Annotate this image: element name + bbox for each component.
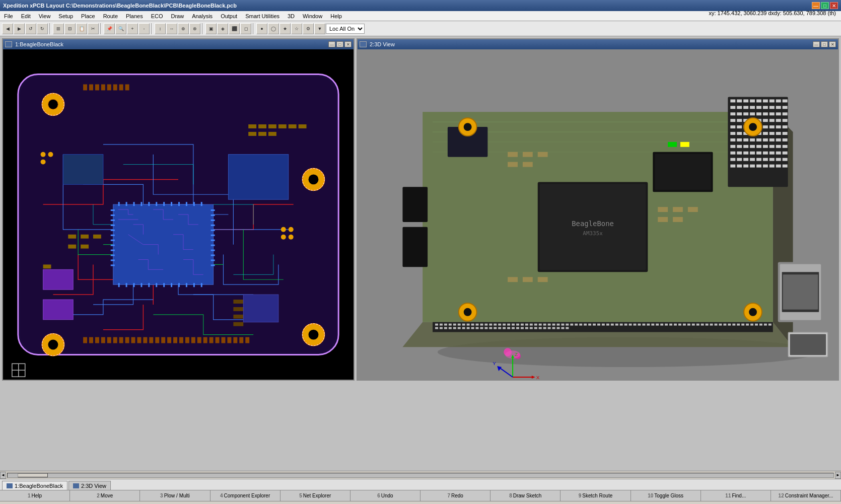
fkey-2[interactable]: 2Move	[70, 490, 140, 501]
svg-rect-387	[458, 327, 461, 329]
toolbar-btn-1[interactable]: ▶	[14, 23, 25, 34]
view3d-minimize-button[interactable]: —	[813, 41, 820, 47]
toolbar-btn-19[interactable]: ◻	[240, 23, 251, 34]
toolbar-btn-18[interactable]: ⬛	[229, 23, 240, 34]
menu-item-window[interactable]: Window	[299, 12, 326, 20]
svg-rect-288	[538, 277, 548, 282]
menu-item-analysis[interactable]: Analysis	[188, 12, 217, 20]
toolbar-btn-21[interactable]: ◯	[268, 23, 279, 34]
fkey-10[interactable]: 10Toggle Gloss	[631, 490, 701, 501]
fkey-5[interactable]: 5Net Explorer	[281, 490, 351, 501]
svg-rect-77	[289, 124, 297, 128]
toolbar-btn-0[interactable]: ◀	[2, 23, 13, 34]
svg-text:Z: Z	[515, 351, 518, 357]
svg-rect-90	[43, 300, 74, 320]
toolbar-btn-8[interactable]: 📌	[104, 23, 115, 34]
toolbar-btn-13[interactable]: ↔	[166, 23, 177, 34]
svg-rect-20	[111, 230, 115, 231]
menu-item-eco[interactable]: ECO	[147, 12, 167, 20]
svg-rect-317	[480, 324, 483, 326]
tab-3d[interactable]: 2:3D View	[68, 481, 111, 490]
scroll-right-button[interactable]: ►	[835, 472, 841, 479]
toolbar-btn-25[interactable]: ▼	[314, 23, 325, 34]
fkey-12[interactable]: 12Constraint Manager...	[771, 490, 841, 501]
menu-item-route[interactable]: Route	[99, 12, 122, 20]
pcb-minimize-button[interactable]: —	[328, 41, 335, 47]
fkey-8[interactable]: 8Draw Sketch	[490, 490, 560, 501]
toolbar-btn-9[interactable]: 🔍	[115, 23, 126, 34]
svg-rect-28	[211, 209, 215, 211]
menu-item-file[interactable]: File	[0, 12, 17, 20]
pcb-window-controls[interactable]: — □ ✕	[328, 41, 352, 47]
svg-rect-95	[107, 84, 111, 90]
toolbar-btn-22[interactable]: ★	[279, 23, 291, 34]
toolbar-btn-15[interactable]: ⊗	[189, 23, 200, 34]
svg-rect-320	[494, 324, 497, 326]
menu-item-3d[interactable]: 3D	[284, 12, 299, 20]
toolbar-btn-4[interactable]: ⊞	[53, 23, 64, 34]
view3d-maximize-button[interactable]: □	[821, 41, 828, 47]
toolbar-btn-16[interactable]: ▣	[205, 23, 217, 34]
fkey-4[interactable]: 4Component Explorer	[211, 490, 281, 501]
svg-rect-384	[444, 327, 447, 329]
toolbar-btn-14[interactable]: ⊕	[178, 23, 189, 34]
toolbar-btn-2[interactable]: ↺	[25, 23, 36, 34]
fkey-6[interactable]: 6Undo	[351, 490, 420, 501]
svg-point-86	[289, 227, 294, 232]
fkey-1[interactable]: 1Help	[0, 490, 70, 501]
svg-rect-26	[111, 259, 115, 261]
toolbar-btn-23[interactable]: ☆	[291, 23, 302, 34]
toolbar-btn-11[interactable]: -	[138, 23, 150, 34]
svg-rect-138	[245, 337, 249, 343]
menu-item-view[interactable]: View	[35, 12, 55, 20]
menu-item-planes[interactable]: Planes	[122, 12, 147, 20]
scrollbar-thumb[interactable]	[18, 473, 48, 477]
menu-item-smart-utilities[interactable]: Smart Utilities	[241, 12, 284, 20]
close-button[interactable]: ✕	[830, 2, 838, 9]
toolbar-btn-6[interactable]: 📋	[76, 23, 87, 34]
svg-rect-131	[203, 337, 207, 343]
pcb-canvas[interactable]	[3, 49, 354, 380]
menu-item-place[interactable]: Place	[77, 12, 99, 20]
menu-item-draw[interactable]: Draw	[167, 12, 188, 20]
fkey-11[interactable]: 11Find...	[701, 490, 771, 501]
pcb-maximize-button[interactable]: □	[336, 41, 343, 47]
svg-rect-64	[228, 155, 288, 199]
svg-rect-56	[148, 283, 150, 287]
pcb-close-button[interactable]: ✕	[344, 41, 352, 47]
toolbar-btn-5[interactable]: ⊟	[64, 23, 76, 34]
menu-item-setup[interactable]: Setup	[54, 12, 77, 20]
toolbar-btn-24[interactable]: ⚙	[303, 23, 314, 34]
title-bar-controls[interactable]: — □ ✕	[812, 2, 838, 9]
scroll-left-button[interactable]: ◄	[0, 472, 6, 479]
toolbar-btn-20[interactable]: ●	[256, 23, 267, 34]
svg-rect-251	[763, 165, 768, 168]
menu-item-edit[interactable]: Edit	[17, 12, 35, 20]
menu-item-help[interactable]: Help	[326, 12, 346, 20]
scrollbar-track[interactable]	[7, 473, 834, 478]
fkey-7[interactable]: 7Redo	[420, 490, 490, 501]
fkey-label-4: Component Explorer	[224, 493, 270, 498]
tab-pcb[interactable]: 1:BeagleBoneBlack	[2, 481, 67, 490]
svg-rect-172	[776, 106, 781, 109]
toolbar-btn-3[interactable]: ↻	[37, 23, 48, 34]
toolbar-btn-12[interactable]: ↕	[155, 23, 166, 34]
maximize-button[interactable]: □	[821, 2, 829, 9]
svg-rect-168	[750, 106, 755, 109]
svg-rect-348	[620, 324, 623, 326]
view3d-close-button[interactable]: ✕	[829, 41, 836, 47]
fkey-3[interactable]: 3Plow / Multi	[140, 490, 210, 501]
toolbar-loc-dropdown[interactable]: Loc All On	[326, 24, 365, 34]
fkey-9[interactable]: 9Sketch Route	[560, 490, 630, 501]
toolbar-btn-7[interactable]: ✂	[88, 23, 99, 34]
svg-rect-121	[143, 337, 147, 343]
svg-rect-36	[211, 250, 215, 251]
menu-item-output[interactable]: Output	[217, 12, 241, 20]
svg-rect-180	[769, 112, 775, 115]
svg-rect-57	[156, 283, 157, 287]
view3d-window-controls[interactable]: — □ ✕	[813, 41, 836, 47]
toolbar-btn-10[interactable]: +	[127, 23, 138, 34]
view3d-canvas[interactable]: BeagleBone AM335x	[358, 49, 838, 380]
minimize-button[interactable]: —	[812, 2, 820, 9]
toolbar-btn-17[interactable]: ◈	[217, 23, 228, 34]
